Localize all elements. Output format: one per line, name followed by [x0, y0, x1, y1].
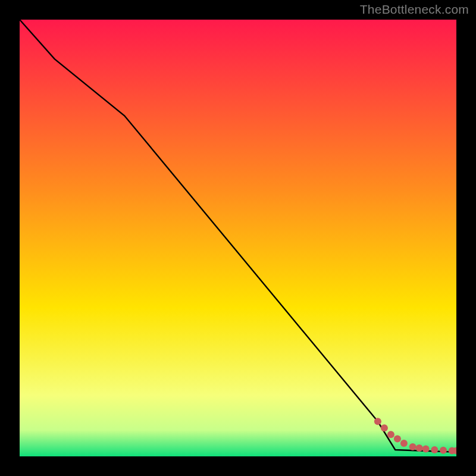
- data-point: [409, 443, 416, 450]
- plot-area: [20, 20, 456, 456]
- gradient-background: [20, 20, 456, 456]
- data-point: [400, 440, 408, 447]
- data-point: [431, 446, 438, 453]
- data-point: [422, 446, 430, 453]
- data-point: [387, 431, 394, 438]
- chart-svg: [20, 20, 456, 456]
- data-point: [394, 436, 401, 443]
- data-point: [440, 447, 447, 454]
- data-point: [416, 444, 423, 452]
- data-point: [381, 424, 388, 431]
- data-point: [374, 418, 381, 425]
- watermark-text: TheBottleneck.com: [360, 2, 469, 17]
- chart-frame: TheBottleneck.com: [0, 0, 476, 476]
